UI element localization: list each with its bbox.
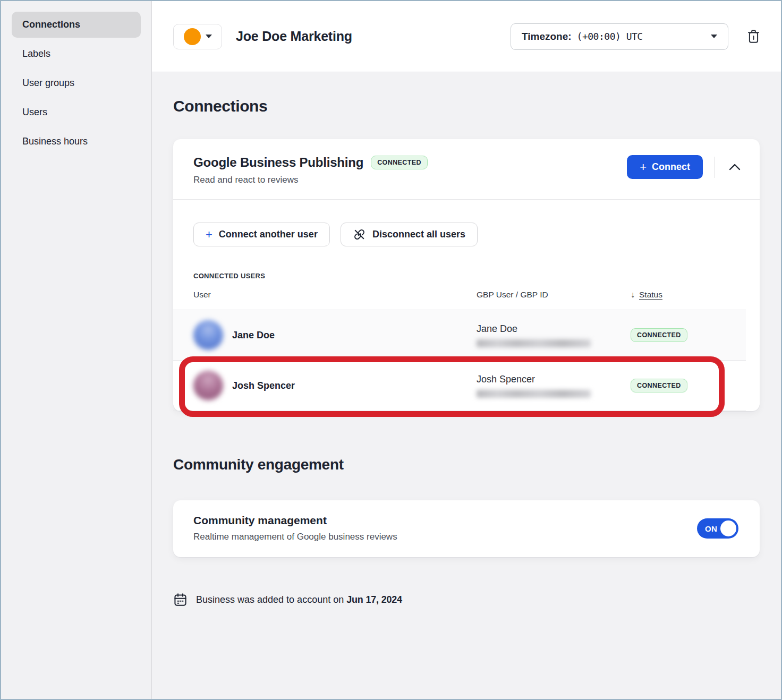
integration-status-badge: CONNECTED bbox=[371, 156, 428, 169]
timezone-value: (+00:00) UTC bbox=[577, 31, 643, 42]
plus-icon: + bbox=[640, 161, 647, 173]
connected-users-label: CONNECTED USERS bbox=[193, 272, 760, 280]
sidebar-item-labels[interactable]: Labels bbox=[12, 41, 141, 67]
note-text: Business was added to account on Jun 17,… bbox=[196, 594, 402, 605]
collapse-card-button[interactable] bbox=[726, 160, 744, 174]
business-title: Joe Doe Marketing bbox=[236, 29, 352, 44]
community-management-toggle[interactable]: ON bbox=[697, 518, 738, 539]
link-off-icon bbox=[353, 228, 366, 241]
chevron-down-icon bbox=[206, 35, 212, 38]
integration-title: Google Business Publishing bbox=[193, 155, 363, 170]
trash-icon bbox=[746, 29, 761, 44]
status-badge: CONNECTED bbox=[631, 328, 687, 342]
connect-button[interactable]: + Connect bbox=[627, 155, 703, 179]
integration-subtitle: Read and react to reviews bbox=[193, 175, 428, 185]
account-switcher-button[interactable] bbox=[173, 24, 222, 49]
page-title: Connections bbox=[173, 97, 760, 116]
connect-another-user-button[interactable]: + Connect another user bbox=[193, 223, 330, 246]
disconnect-all-users-button[interactable]: Disconnect all users bbox=[341, 223, 478, 246]
header-actions: Timezone: (+00:00) UTC bbox=[511, 23, 761, 50]
vertical-divider bbox=[715, 157, 715, 178]
google-business-publishing-card: Google Business Publishing CONNECTED Rea… bbox=[173, 139, 760, 411]
sidebar-item-users[interactable]: Users bbox=[12, 99, 141, 125]
user-name: Josh Spencer bbox=[232, 380, 295, 391]
community-engagement-heading: Community engagement bbox=[173, 456, 760, 474]
gbp-id-redacted bbox=[477, 390, 591, 398]
plus-icon: + bbox=[206, 229, 212, 241]
business-header: Joe Doe Marketing Timezone: (+00:00) UTC bbox=[152, 1, 781, 72]
sidebar-item-business-hours[interactable]: Business hours bbox=[12, 129, 141, 155]
column-header-gbp: GBP User / GBP ID bbox=[477, 290, 631, 300]
community-card-subtitle: Realtime management of Google business r… bbox=[193, 532, 397, 542]
gbp-user-name: Josh Spencer bbox=[477, 374, 631, 385]
column-header-status-sort[interactable]: ↓ Status bbox=[631, 290, 746, 300]
user-name: Jane Doe bbox=[232, 330, 275, 341]
integration-card-body: + Connect another user Di bbox=[173, 200, 760, 411]
timezone-select[interactable]: Timezone: (+00:00) UTC bbox=[511, 23, 728, 50]
column-header-user: User bbox=[193, 290, 477, 300]
timezone-label: Timezone: bbox=[522, 31, 572, 42]
avatar bbox=[193, 371, 223, 400]
chevron-up-icon bbox=[729, 164, 741, 170]
status-badge: CONNECTED bbox=[631, 379, 687, 392]
sidebar-item-connections[interactable]: Connections bbox=[12, 12, 141, 38]
toggle-knob bbox=[720, 520, 736, 536]
calendar-icon bbox=[173, 592, 188, 607]
gbp-user-name: Jane Doe bbox=[477, 323, 631, 335]
table-rows: Jane Doe Jane Doe CONNECTED bbox=[173, 310, 746, 411]
sidebar-item-user-groups[interactable]: User groups bbox=[12, 70, 141, 96]
gbp-id-redacted bbox=[477, 339, 591, 347]
connected-users-table: User GBP User / GBP ID ↓ Status bbox=[173, 280, 746, 411]
table-row-jane-doe: Jane Doe Jane Doe CONNECTED bbox=[173, 310, 746, 361]
connections-page: Connections Google Business Publishing C… bbox=[152, 72, 781, 699]
app-window: Connections Labels User groups Users Bus… bbox=[0, 0, 782, 700]
chevron-down-icon bbox=[711, 35, 717, 38]
table-header-row: User GBP User / GBP ID ↓ Status bbox=[173, 280, 746, 310]
settings-sidebar: Connections Labels User groups Users Bus… bbox=[1, 1, 152, 699]
toggle-state-label: ON bbox=[705, 524, 717, 533]
account-avatar bbox=[184, 28, 201, 45]
community-card-title: Community management bbox=[193, 514, 397, 527]
community-management-card: Community management Realtime management… bbox=[173, 500, 760, 557]
content-area: Joe Doe Marketing Timezone: (+00:00) UTC bbox=[152, 1, 781, 699]
avatar bbox=[193, 320, 223, 350]
table-row-josh-spencer: Josh Spencer Josh Spencer CONNECTED bbox=[173, 361, 746, 411]
sort-descending-icon: ↓ bbox=[631, 290, 635, 300]
business-added-note: Business was added to account on Jun 17,… bbox=[173, 592, 760, 607]
community-card-titles: Community management Realtime management… bbox=[193, 514, 397, 542]
integration-card-titles: Google Business Publishing CONNECTED Rea… bbox=[193, 155, 428, 185]
integration-card-header: Google Business Publishing CONNECTED Rea… bbox=[173, 139, 760, 199]
delete-business-button[interactable] bbox=[746, 29, 761, 44]
note-date: Jun 17, 2024 bbox=[346, 594, 402, 605]
